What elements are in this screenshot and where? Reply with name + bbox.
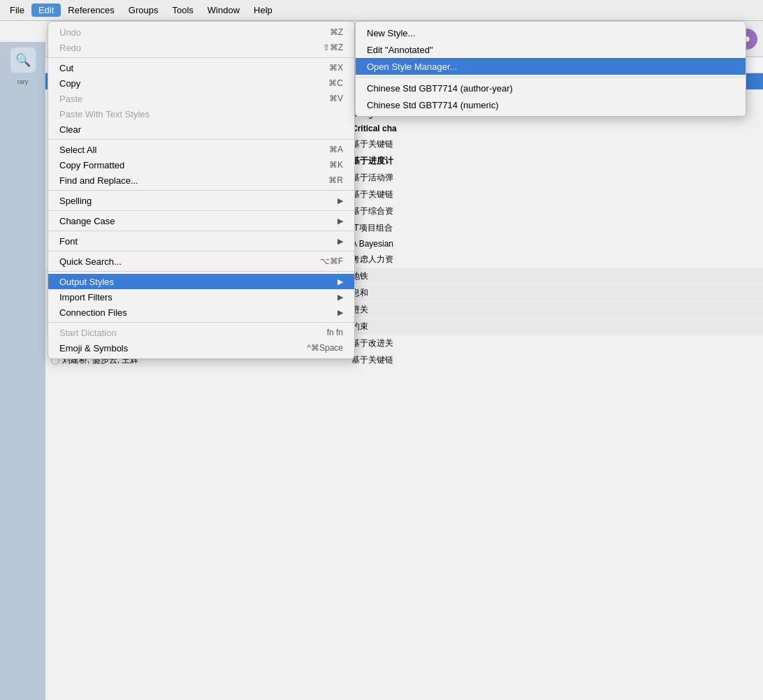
menu-item-clear[interactable]: Clear	[48, 122, 354, 137]
submenu-item-chinese-numeric[interactable]: Chinese Std GBT7714 (numeric)	[356, 96, 746, 113]
menu-item-output-styles[interactable]: Output Styles ▶	[48, 274, 354, 289]
menubar-groups[interactable]: Groups	[122, 3, 166, 17]
menu-item-spelling[interactable]: Spelling ▶	[48, 193, 354, 208]
submenu-item-edit-annotated[interactable]: Edit "Annotated"	[356, 41, 746, 58]
menu-item-cut[interactable]: Cut ⌘X	[48, 60, 354, 75]
menu-item-emoji[interactable]: Emoji & Symbols ^⌘Space	[48, 340, 354, 356]
menubar-tools[interactable]: Tools	[165, 3, 200, 17]
menubar-file[interactable]: File	[3, 3, 31, 17]
output-styles-submenu: New Style... Edit "Annotated" Open Style…	[355, 21, 746, 117]
menu-item-import-filters[interactable]: Import Filters ▶	[48, 289, 354, 305]
edit-menu: Undo ⌘Z Redo ⇧⌘Z Cut ⌘X Copy ⌘C Paste ⌘V…	[48, 21, 355, 359]
menu-item-font[interactable]: Font ▶	[48, 233, 354, 249]
menubar-references[interactable]: References	[61, 3, 121, 17]
menu-item-redo[interactable]: Redo ⇧⌘Z	[48, 40, 354, 55]
menu-separator	[48, 57, 354, 58]
menu-item-quick-search[interactable]: Quick Search... ⌥⌘F	[48, 254, 354, 269]
submenu-item-new-style[interactable]: New Style...	[356, 24, 746, 41]
submenu-item-chinese-author-year[interactable]: Chinese Std GBT7714 (author-year)	[356, 80, 746, 96]
menu-item-start-dictation[interactable]: Start Dictation fn fn	[48, 325, 354, 340]
menu-separator	[48, 190, 354, 191]
menu-separator	[48, 322, 354, 323]
menubar-help[interactable]: Help	[247, 3, 279, 17]
menu-item-copy-formatted[interactable]: Copy Formatted ⌘K	[48, 157, 354, 173]
menubar: File Edit References Groups Tools Window…	[0, 0, 763, 21]
menu-item-find-replace[interactable]: Find and Replace... ⌘R	[48, 173, 354, 188]
menubar-window[interactable]: Window	[201, 3, 247, 17]
menu-separator	[48, 139, 354, 140]
menu-item-change-case[interactable]: Change Case ▶	[48, 213, 354, 228]
search-icon[interactable]: 🔍	[10, 48, 36, 73]
submenu-item-open-style-manager[interactable]: Open Style Manager...	[356, 58, 746, 75]
menubar-edit[interactable]: Edit	[31, 3, 61, 17]
menu-separator	[48, 271, 354, 272]
menu-item-copy[interactable]: Copy ⌘C	[48, 75, 354, 91]
sidebar-label: rary	[17, 78, 29, 85]
menu-separator	[48, 210, 354, 211]
menu-item-paste[interactable]: Paste ⌘V	[48, 91, 354, 106]
menu-separator	[48, 251, 354, 251]
menu-separator	[48, 231, 354, 231]
menu-item-undo[interactable]: Undo ⌘Z	[48, 24, 354, 40]
menu-item-select-all[interactable]: Select All ⌘A	[48, 142, 354, 157]
sidebar: 🔍 rary	[0, 42, 45, 700]
submenu-separator	[356, 77, 746, 78]
menu-item-connection-files[interactable]: Connection Files ▶	[48, 305, 354, 320]
menu-item-paste-styles[interactable]: Paste With Text Styles	[48, 106, 354, 122]
